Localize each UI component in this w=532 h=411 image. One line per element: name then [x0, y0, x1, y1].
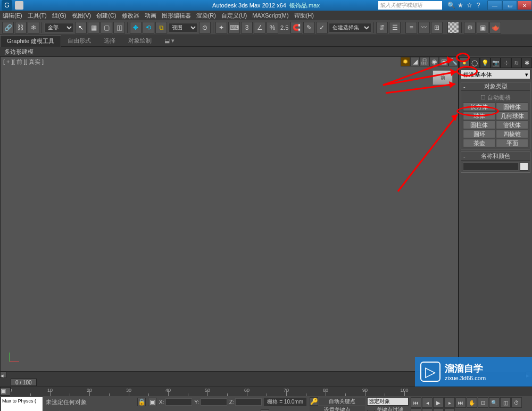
rendered-frame-button[interactable]: ▣ [477, 22, 488, 33]
viewcube[interactable]: 前 [433, 70, 453, 85]
prev-frame-button[interactable]: ◂ [422, 397, 433, 408]
render-setup-button[interactable]: ⚙ [464, 22, 476, 33]
help-search-input[interactable]: 输入关键字或短语 [378, 1, 442, 10]
help-icon[interactable]: ? [475, 2, 482, 9]
bind-button[interactable]: ❄ [28, 22, 39, 33]
close-button[interactable]: ✕ [517, 1, 532, 10]
star-icon[interactable]: ☆ [466, 2, 473, 9]
play-button[interactable]: ▶ [433, 397, 444, 408]
obj-tube-button[interactable]: 管状体 [496, 121, 528, 129]
menu-render[interactable]: 渲染(R) [196, 12, 216, 20]
select-name-button[interactable]: ▦ [88, 22, 99, 33]
snap-toggle[interactable]: 3 [241, 22, 253, 33]
subtab-cameras[interactable]: 📷 [491, 57, 501, 68]
unlink-button[interactable]: ⛓ [15, 22, 27, 33]
angle-snap-button[interactable]: ∠ [254, 22, 265, 33]
goto-start-button[interactable]: ⏮ [411, 397, 421, 408]
nav2[interactable]: ◱ [444, 408, 455, 411]
select-button[interactable]: ↖ [75, 22, 87, 33]
menu-group[interactable]: 组(G) [52, 12, 66, 20]
edit-named-sel-button[interactable]: ✎ [303, 22, 315, 33]
rollout-head-name[interactable]: 名称和颜色 [461, 152, 530, 161]
next-frame-button[interactable]: ▸ [444, 397, 455, 408]
ribbon-tab-select[interactable]: 选择 [97, 35, 122, 46]
selection-filter-dropdown[interactable]: 全部 [44, 23, 74, 32]
menu-view[interactable]: 视图(V) [72, 12, 92, 20]
display-tab-icon[interactable]: ▣ [439, 57, 448, 66]
motion-tab-icon[interactable]: ◉ [429, 57, 439, 66]
named-sel-button[interactable]: ✓ [316, 22, 328, 33]
x-input[interactable] [165, 398, 192, 406]
viewport[interactable]: [ + ][ 前 ][ 真实 ] ✹ ◢ 品 ◉ ▣ 🔧 前 [0, 56, 459, 372]
menu-edit[interactable]: 编辑(E) [3, 12, 22, 20]
subtab-lights[interactable]: 💡 [480, 57, 491, 68]
ribbon-collapse[interactable]: ⬓ ▾ [158, 36, 181, 46]
spinner-snap-button[interactable]: 🧲 [290, 22, 302, 33]
menu-customize[interactable]: 自定义(U) [221, 12, 247, 20]
ribbon-sub[interactable]: 多边形建模 [0, 47, 532, 56]
key-icon[interactable]: 🔑 [310, 397, 318, 406]
qat-btn[interactable] [15, 1, 23, 10]
move-button[interactable]: ✥ [130, 22, 142, 33]
ruler-handle[interactable]: ▣ [0, 387, 11, 396]
search-icon[interactable]: 🔍 [447, 2, 455, 9]
object-name-input[interactable] [463, 162, 519, 171]
align-button[interactable]: ☰ [389, 22, 401, 33]
create-tab-icon[interactable]: ✹ [401, 57, 410, 66]
manipulate-button[interactable]: ✦ [215, 22, 227, 33]
layers-button[interactable]: ≡ [405, 22, 417, 33]
subtab-helpers[interactable]: ⊹ [501, 57, 511, 68]
restore-button[interactable]: ▭ [502, 1, 517, 10]
menu-animation[interactable]: 动画 [145, 12, 156, 20]
isolate-icon[interactable]: ▣ [148, 398, 156, 406]
y-input[interactable] [201, 398, 227, 406]
zoom-button[interactable]: 🔍 [489, 397, 500, 408]
lock-icon[interactable]: 🔒 [137, 398, 146, 406]
obj-geosphere-button[interactable]: 几何球体 [496, 112, 528, 120]
obj-cone-button[interactable]: 圆锥体 [496, 103, 528, 111]
schematic-button[interactable]: ⊞ [431, 22, 443, 33]
percent-snap-button[interactable]: % [267, 22, 278, 33]
ribbon-tab-paint[interactable]: 对象绘制 [122, 35, 158, 46]
menu-tools[interactable]: 工具(T) [28, 12, 47, 20]
rollout-head-objtype[interactable]: 对象类型 [461, 82, 530, 91]
hierarchy-tab-icon[interactable]: 品 [420, 57, 429, 66]
select-region-button[interactable]: ▢ [101, 22, 112, 33]
modify-tab-icon[interactable]: ◢ [410, 57, 420, 66]
goto-end-button[interactable]: ⏭ [455, 397, 466, 408]
obj-torus-button[interactable]: 圆环 [463, 130, 495, 138]
object-color-swatch[interactable] [520, 162, 528, 171]
minimize-button[interactable]: — [487, 1, 502, 10]
rotate-button[interactable]: ⟲ [143, 22, 154, 33]
menu-graph[interactable]: 图形编辑器 [162, 12, 191, 20]
auto-key-button[interactable]: 自动关键点 [319, 398, 365, 405]
pivot-button[interactable]: ⊙ [199, 22, 211, 33]
maxscript-listener[interactable]: Max to Physcs ( [1, 397, 43, 411]
ref-coord-dropdown[interactable]: 视图 [168, 23, 198, 32]
obj-plane-button[interactable]: 平面 [496, 139, 528, 147]
nav1[interactable]: ◰ [433, 408, 444, 411]
pan-button[interactable]: ✋ [467, 397, 477, 408]
orbit-button[interactable]: ⟲ [411, 408, 421, 411]
key-filter-button[interactable]: 关键点过滤器 [376, 406, 409, 411]
info-icon[interactable]: ★ [456, 2, 464, 9]
menu-create[interactable]: 创建(C) [96, 12, 116, 20]
obj-pyramid-button[interactable]: 四棱锥 [496, 130, 528, 138]
auto-grid-checkbox[interactable]: ☐自动栅格 [463, 93, 528, 103]
named-sel-dropdown[interactable]: 创建选择集 [329, 23, 371, 32]
set-key-button[interactable]: 设置关键点 [310, 406, 365, 411]
curve-editor-button[interactable]: 〰 [418, 22, 430, 33]
obj-teapot-button[interactable]: 茶壶 [463, 139, 495, 147]
link-button[interactable]: 🔗 [2, 22, 14, 33]
key-selection-dropdown[interactable]: 选定对象 [367, 397, 409, 406]
mirror-button[interactable]: ⇵ [376, 22, 388, 33]
ribbon-tab-graphite[interactable]: Graphite 建模工具 [0, 35, 61, 47]
material-editor-button[interactable] [447, 22, 459, 33]
scale-button[interactable]: ⧉ [155, 22, 167, 33]
keyboard-shortcut-button[interactable]: ⌨ [228, 22, 240, 33]
subtab-space[interactable]: ≋ [511, 57, 522, 68]
menu-modifiers[interactable]: 修改器 [122, 12, 139, 20]
viewport-label[interactable]: [ + ][ 前 ][ 真实 ] [3, 58, 44, 66]
render-button[interactable]: 🫖 [489, 22, 501, 33]
time-config-button[interactable]: ⏱ [511, 397, 522, 408]
